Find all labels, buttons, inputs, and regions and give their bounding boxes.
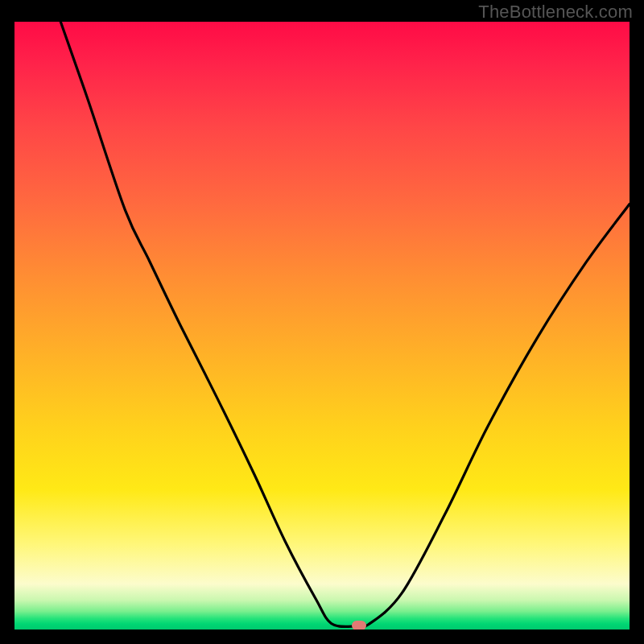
chart-frame: TheBottleneck.com	[0, 0, 644, 644]
optimum-marker	[352, 621, 366, 630]
watermark-text: TheBottleneck.com	[478, 2, 633, 23]
plot-area	[14, 22, 630, 630]
curve-svg	[14, 22, 630, 630]
bottleneck-curve	[60, 22, 630, 628]
